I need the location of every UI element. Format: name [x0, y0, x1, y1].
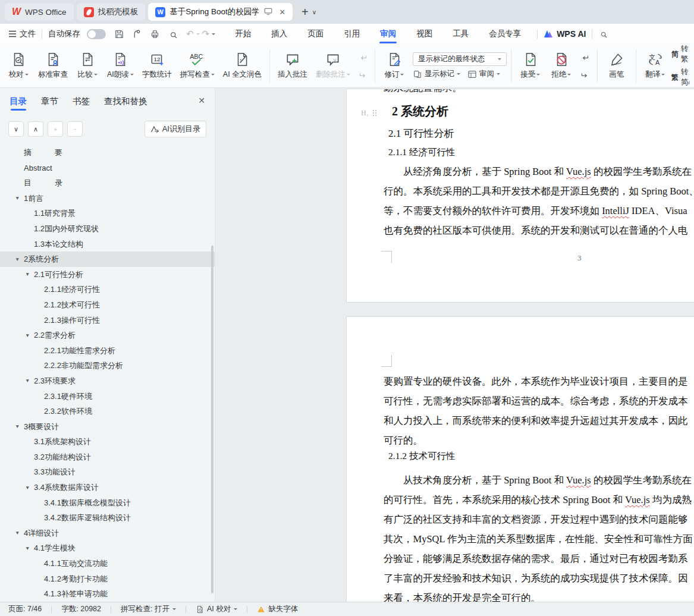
- toc-item[interactable]: 2.1.1经济可行性: [0, 282, 215, 297]
- toc-item[interactable]: 1.1研究背景: [0, 206, 215, 221]
- quick-access-chevron-icon[interactable]: [212, 33, 215, 37]
- toc-item[interactable]: 2.3.2软件环境: [0, 404, 215, 419]
- toc-item[interactable]: ▼4.1学生模块: [0, 540, 215, 556]
- toc-item[interactable]: 3.4.1数据库概念模型设计: [0, 495, 215, 511]
- toc-item[interactable]: 2.2.1功能性需求分析: [0, 343, 215, 359]
- doc-paragraph[interactable]: 要购置专业的硬件设备。此外，本系统作为毕业设计项目，主要目的是可行性，无需考虑实…: [384, 372, 694, 450]
- toc-item[interactable]: ▼3.4系统数据库设计: [0, 480, 215, 495]
- file-menu-button[interactable]: 文件: [8, 29, 36, 39]
- toc-item[interactable]: 3.2功能结构设计: [0, 450, 215, 465]
- print-preview-icon[interactable]: [168, 29, 178, 39]
- insert-comment-button[interactable]: 插入批注: [274, 49, 311, 82]
- sidebar-tab[interactable]: 目录: [10, 88, 27, 114]
- proofread-button[interactable]: 校对: [4, 49, 33, 82]
- toc-item[interactable]: 2.3.1硬件环境: [0, 389, 215, 404]
- previous-change-icon[interactable]: [579, 52, 592, 64]
- show-markup-button[interactable]: 显示标记: [413, 69, 460, 79]
- word-count-button[interactable]: 12 字数统计: [139, 49, 175, 82]
- sidebar-scrollbar[interactable]: [211, 246, 213, 593]
- toc-item[interactable]: 4.1.3补签申请功能: [0, 586, 215, 602]
- undo-caret-icon[interactable]: [196, 33, 200, 37]
- accept-change-button[interactable]: 接受: [516, 49, 545, 82]
- spell-check-status[interactable]: 拼写检查: 打开: [121, 604, 176, 614]
- toc-item[interactable]: ▼4详细设计: [0, 526, 215, 541]
- doc-text-line[interactable]: 行的。本系统采用的工具和开发技术都是开源且免费的，如 Spring Boot、: [384, 181, 694, 201]
- doc-text-line[interactable]: 可行的。: [384, 430, 694, 450]
- word-count-indicator[interactable]: 字数: 20982: [61, 604, 101, 614]
- ribbon-tab-会员专享[interactable]: 会员专享: [479, 24, 531, 44]
- demote-heading-button[interactable]: －: [67, 121, 83, 137]
- undo-icon[interactable]: ↶: [186, 29, 194, 39]
- collapse-triangle-icon[interactable]: ▼: [15, 419, 20, 435]
- close-tab-icon[interactable]: ✕: [279, 8, 285, 17]
- missing-font-warning[interactable]: 缺失字体: [257, 604, 298, 614]
- doc-heading-1[interactable]: 2 系统分析: [392, 103, 448, 120]
- doc-text-line[interactable]: 有广泛的社区支持和丰富的文档资源，开发过程中遇到的技术问题能够: [384, 510, 694, 529]
- heading-level-marker[interactable]: H₁: [361, 109, 378, 118]
- doc-paragraph[interactable]: 从经济角度分析，基于 Spring Boot 和 Vue.js 的校园学生考勤系…: [384, 162, 694, 240]
- toc-item[interactable]: ▼2.3环境要求: [0, 373, 215, 389]
- new-tab-button[interactable]: +: [302, 5, 309, 19]
- standard-review-button[interactable]: 标准审查: [34, 49, 71, 82]
- toc-item[interactable]: ▼2.1可行性分析: [0, 267, 215, 282]
- toc-item[interactable]: 3.4.2数据库逻辑结构设计: [0, 510, 215, 526]
- doc-text-line[interactable]: 从技术角度分析，基于 Spring Boot 和 Vue.js 的校园学生考勤系…: [384, 470, 694, 490]
- screen-share-icon[interactable]: [264, 8, 272, 17]
- toc-item[interactable]: 2.1.3操作可行性: [0, 313, 215, 328]
- toc-item[interactable]: 1.3本论文结构: [0, 237, 215, 252]
- compare-button[interactable]: 比较: [73, 49, 102, 82]
- delete-comment-button[interactable]: 删除批注: [312, 49, 354, 82]
- ribbon-tab-引用[interactable]: 引用: [334, 24, 370, 44]
- toc-item[interactable]: 1.2国内外研究现状: [0, 221, 215, 237]
- tab-docer-templates[interactable]: 找稻壳模板: [77, 3, 146, 21]
- simplified-to-traditional-button[interactable]: 简 转繁: [671, 44, 690, 64]
- tab-wps-home[interactable]: W WPS Office: [5, 3, 74, 21]
- toc-item[interactable]: 3.1系统架构设计: [0, 434, 215, 450]
- toc-item[interactable]: 4.1.2考勤打卡功能: [0, 571, 215, 587]
- doc-text-line[interactable]: 的可行性。首先，本系统采用的核心技术 Spring Boot 和 Vue.js …: [384, 490, 694, 510]
- toc-item[interactable]: 3.3功能设计: [0, 464, 215, 480]
- collapse-triangle-icon[interactable]: ▼: [15, 252, 20, 268]
- doc-text-line[interactable]: 勤系统配置需求。: [384, 89, 462, 95]
- toc-item[interactable]: 2.1.2技术可行性: [0, 297, 215, 313]
- close-sidebar-icon[interactable]: ✕: [198, 96, 205, 105]
- doc-text-line[interactable]: 分验证，能够满足系统数据存储的需求。最后，通过对已有校园考勤系: [384, 549, 694, 568]
- collapse-triangle-icon[interactable]: ▼: [25, 541, 30, 557]
- toc-item[interactable]: 摘 要: [0, 145, 215, 161]
- collapse-triangle-icon[interactable]: ▼: [25, 480, 30, 496]
- next-change-icon[interactable]: [579, 68, 592, 80]
- doc-paragraph[interactable]: 从技术角度分析，基于 Spring Boot 和 Vue.js 的校园学生考勤系…: [384, 470, 694, 602]
- collapse-all-button[interactable]: ∨: [8, 121, 24, 137]
- doc-text-line[interactable]: 也有免费的社区版本可供使用。系统的开发和测试可以在普通的个人电: [384, 221, 694, 240]
- save-icon[interactable]: [114, 29, 124, 39]
- ai-proofread-status[interactable]: AI 校对: [196, 604, 237, 614]
- collapse-triangle-icon[interactable]: ▼: [25, 267, 30, 282]
- autosave-toggle[interactable]: [87, 29, 106, 39]
- doc-heading-4[interactable]: 2.1.2 技术可行性: [388, 450, 455, 463]
- reviewing-pane-button[interactable]: 审阅: [467, 69, 500, 79]
- doc-heading-2[interactable]: 2.1 可行性分析: [388, 127, 454, 140]
- doc-text-line[interactable]: 其次，MySQL 作为主流的关系型数据库，在性能、安全性和可靠性方面: [384, 529, 694, 549]
- ribbon-tab-开始[interactable]: 开始: [225, 24, 261, 44]
- print-icon[interactable]: [150, 29, 160, 39]
- search-icon[interactable]: [598, 29, 608, 39]
- toc-item[interactable]: 2.2.2非功能型需求分析: [0, 358, 215, 373]
- toc-item[interactable]: ▼3概要设计: [0, 419, 215, 435]
- collapse-triangle-icon[interactable]: ▼: [25, 373, 30, 389]
- doc-text-line[interactable]: 和人力投入上，而系统带来的便利和效率提升远超过其开发成本，因此: [384, 411, 694, 430]
- reject-change-button[interactable]: 拒绝: [547, 49, 576, 82]
- collapse-triangle-icon[interactable]: ▼: [25, 328, 30, 344]
- ai-read-aloud-button[interactable]: AI朗读: [103, 49, 137, 82]
- document-page-3[interactable]: 勤系统配置需求。 H₁ 2 系统分析 2.1 可行性分析 2.1.1 经济可行性…: [347, 89, 694, 302]
- promote-heading-button[interactable]: ＋: [48, 121, 63, 137]
- ribbon-collapse-icon[interactable]: [684, 79, 690, 85]
- collapse-triangle-icon[interactable]: ▼: [15, 191, 20, 206]
- ai-polish-button[interactable]: AI 全文润色: [219, 49, 265, 82]
- document-page-4[interactable]: 要购置专业的硬件设备。此外，本系统作为毕业设计项目，主要目的是可行性，无需考虑实…: [347, 317, 694, 602]
- ribbon-tab-页面[interactable]: 页面: [297, 24, 334, 44]
- doc-text-line[interactable]: 了丰富的开发经验和技术知识，为系统的成功实现提供了技术保障。因: [384, 568, 694, 588]
- toc-item[interactable]: ▼2.2需求分析: [0, 328, 215, 343]
- drag-handle-icon[interactable]: [373, 110, 378, 117]
- collapse-triangle-icon[interactable]: ▼: [15, 526, 20, 541]
- doc-text-line[interactable]: 要购置专业的硬件设备。此外，本系统作为毕业设计项目，主要目的是: [384, 372, 694, 391]
